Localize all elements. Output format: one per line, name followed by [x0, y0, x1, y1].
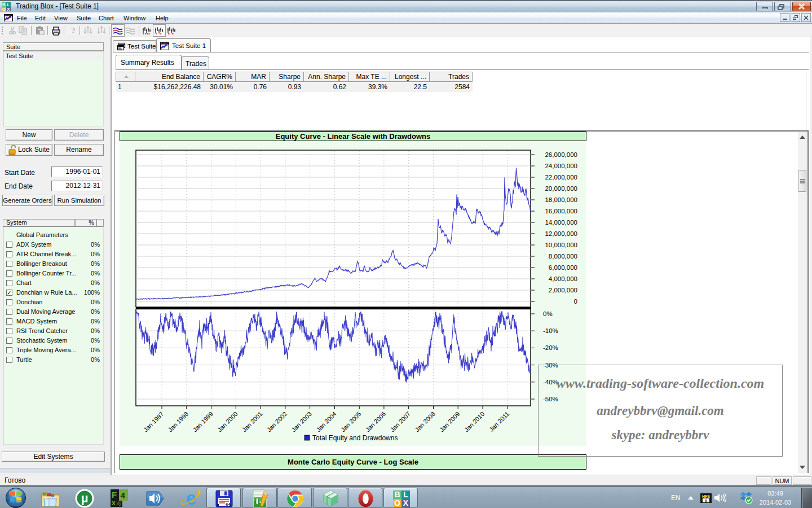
svg-text:2,000,000: 2,000,000: [549, 287, 577, 294]
svg-text:e: e: [186, 488, 197, 507]
svg-text:O: O: [394, 498, 400, 507]
svg-text:0: 0: [705, 499, 707, 503]
svg-text:4,000,000: 4,000,000: [549, 275, 577, 282]
svg-text:4: 4: [117, 499, 121, 507]
svg-text:?: ?: [71, 26, 76, 35]
svg-text:12,000,000: 12,000,000: [545, 230, 577, 237]
svg-text:X: X: [7, 7, 10, 11]
svg-text:26,000,000: 26,000,000: [545, 151, 577, 158]
svg-text:16,000,000: 16,000,000: [545, 208, 577, 214]
svg-text:O: O: [2, 7, 6, 11]
svg-text:Total Equity and Drawdowns: Total Equity and Drawdowns: [312, 434, 398, 442]
svg-text:F: F: [112, 490, 117, 500]
svg-text:20,000,000: 20,000,000: [545, 185, 577, 192]
svg-text:22,000,000: 22,000,000: [545, 174, 577, 181]
svg-text:4: 4: [121, 491, 125, 500]
svg-text:HFS: HFS: [702, 494, 710, 498]
svg-text:24,000,000: 24,000,000: [545, 163, 577, 169]
svg-text:B: B: [394, 491, 400, 499]
svg-text:0%: 0%: [543, 310, 553, 317]
svg-text:8,000,000: 8,000,000: [549, 253, 577, 260]
svg-text:18,000,000: 18,000,000: [545, 196, 577, 203]
svg-text:L: L: [403, 491, 408, 499]
svg-text:14,000,000: 14,000,000: [545, 219, 577, 226]
svg-text:-20%: -20%: [543, 344, 558, 351]
svg-text:0: 0: [574, 298, 577, 305]
svg-text:6,000,000: 6,000,000: [549, 264, 577, 271]
svg-text:µ: µ: [81, 491, 89, 505]
svg-text:x: x: [112, 499, 116, 507]
svg-text:-10%: -10%: [543, 327, 558, 334]
svg-text:10,000,000: 10,000,000: [545, 242, 577, 248]
svg-text:X: X: [403, 498, 409, 507]
